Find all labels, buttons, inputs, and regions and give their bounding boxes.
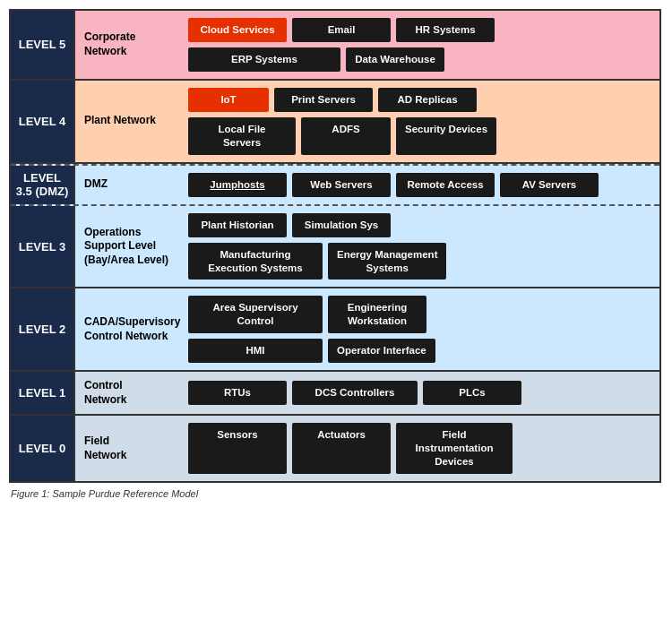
- level-1-label: LEVEL 1: [11, 372, 75, 414]
- erp-systems-box: ERP Systems: [188, 47, 340, 72]
- dcs-controllers-box: DCS Controllers: [292, 381, 418, 405]
- level-1-row: LEVEL 1 ControlNetwork RTUs DCS Controll…: [11, 372, 659, 416]
- level-2-row2: HMI Operator Interface: [188, 339, 435, 363]
- actuators-box: Actuators: [292, 423, 391, 474]
- level-35-items: Jumphosts Web Servers Remote Access AV S…: [188, 173, 650, 197]
- level-3-row1: Plant Historian Simulation Sys: [188, 213, 391, 237]
- level-3-network: Operations Support Level (Bay/Area Level…: [84, 226, 183, 268]
- level-4-label: LEVEL 4: [11, 81, 75, 162]
- email-box: Email: [292, 18, 391, 42]
- level-4-row: LEVEL 4 Plant Network IoT Print Servers …: [11, 81, 659, 164]
- level-4-network: Plant Network: [84, 114, 183, 128]
- level-3-row2: ManufacturingExecution Systems Energy Ma…: [188, 243, 446, 280]
- level-5-row2: ERP Systems Data Warehouse: [188, 47, 444, 72]
- level-0-items: Sensors Actuators FieldInstrumentationDe…: [188, 423, 650, 474]
- plant-historian-box: Plant Historian: [188, 213, 287, 237]
- purdue-diagram: LEVEL 5 CorporateNetwork Cloud Services …: [9, 9, 661, 483]
- simulation-sys-box: Simulation Sys: [292, 213, 391, 237]
- manufacturing-execution-box: ManufacturingExecution Systems: [188, 243, 323, 280]
- level-4-items: IoT Print Servers AD Replicas Local File…: [188, 88, 650, 155]
- sensors-box: Sensors: [188, 423, 287, 474]
- level-35-row1: Jumphosts Web Servers: [188, 173, 391, 197]
- level-0-content: FieldNetwork Sensors Actuators FieldInst…: [75, 416, 659, 481]
- av-servers-box: AV Servers: [500, 173, 599, 197]
- level-5-label: LEVEL 5: [11, 11, 75, 79]
- energy-management-box: Energy ManagementSystems: [328, 243, 446, 280]
- level-0-row1: Sensors Actuators FieldInstrumentationDe…: [188, 423, 513, 474]
- operator-interface-box: Operator Interface: [328, 339, 435, 363]
- level-35-label: LEVEL 3.5 (DMZ): [11, 166, 75, 204]
- jumphosts-box: Jumphosts: [188, 173, 287, 197]
- data-warehouse-box: Data Warehouse: [346, 47, 444, 72]
- level-4-row1: IoT Print Servers AD Replicas: [188, 88, 477, 112]
- level-3-row: LEVEL 3 Operations Support Level (Bay/Ar…: [11, 206, 659, 289]
- iot-box: IoT: [188, 88, 269, 112]
- level-0-label: LEVEL 0: [11, 416, 75, 481]
- ad-replicas-box: AD Replicas: [378, 88, 477, 112]
- remote-access-box: Remote Access: [396, 173, 495, 197]
- level-35-content: DMZ Jumphosts Web Servers Remote Access …: [75, 166, 659, 204]
- level-3-label: LEVEL 3: [11, 206, 75, 288]
- cloud-services-box: Cloud Services: [188, 18, 287, 42]
- level-5-content: CorporateNetwork Cloud Services Email HR…: [75, 11, 659, 79]
- level-5-network: CorporateNetwork: [84, 30, 183, 58]
- level-1-content: ControlNetwork RTUs DCS Controllers PLCs: [75, 372, 659, 414]
- figure-caption: Figure 1: Sample Purdue Reference Model: [9, 488, 663, 499]
- field-instrumentation-box: FieldInstrumentationDevices: [396, 423, 513, 474]
- plcs-box: PLCs: [423, 381, 521, 405]
- print-servers-box: Print Servers: [274, 88, 373, 112]
- level-1-network: ControlNetwork: [84, 379, 183, 407]
- level-1-row1: RTUs DCS Controllers PLCs: [188, 381, 521, 405]
- level-4-content: Plant Network IoT Print Servers AD Repli…: [75, 81, 659, 162]
- level-5-row: LEVEL 5 CorporateNetwork Cloud Services …: [11, 11, 659, 81]
- web-servers-box: Web Servers: [292, 173, 391, 197]
- hmi-box: HMI: [188, 339, 323, 363]
- level-5-row1: Cloud Services Email HR Systems: [188, 18, 495, 42]
- level-35-row2: Remote Access AV Servers: [396, 173, 599, 197]
- level-35-network: DMZ: [84, 177, 183, 192]
- level-4-row2: Local FileServers ADFS Security Devices: [188, 117, 496, 155]
- level-3-content: Operations Support Level (Bay/Area Level…: [75, 206, 659, 288]
- level-2-label: LEVEL 2: [11, 288, 75, 370]
- hr-systems-box: HR Systems: [396, 18, 495, 42]
- rtus-box: RTUs: [188, 381, 287, 405]
- level-5-items: Cloud Services Email HR Systems ERP Syst…: [188, 18, 650, 72]
- engineering-workstation-box: EngineeringWorkstation: [328, 296, 426, 333]
- security-devices-box: Security Devices: [396, 117, 496, 155]
- level-2-row: LEVEL 2 CADA/Supervisory Control Network…: [11, 288, 659, 372]
- level-3-items: Plant Historian Simulation Sys Manufactu…: [188, 213, 650, 280]
- adfs-box: ADFS: [301, 117, 391, 155]
- area-supervisory-box: Area SupervisoryControl: [188, 296, 323, 333]
- local-file-servers-box: Local FileServers: [188, 117, 296, 155]
- level-2-content: CADA/Supervisory Control Network Area Su…: [75, 288, 659, 370]
- level-35-row: LEVEL 3.5 (DMZ) DMZ Jumphosts Web Server…: [11, 164, 659, 206]
- level-2-network: CADA/Supervisory Control Network: [84, 315, 183, 343]
- level-0-row: LEVEL 0 FieldNetwork Sensors Actuators F…: [11, 416, 659, 481]
- level-0-network: FieldNetwork: [84, 434, 183, 462]
- level-2-items: Area SupervisoryControl EngineeringWorks…: [188, 296, 650, 363]
- level-2-row1: Area SupervisoryControl EngineeringWorks…: [188, 296, 426, 333]
- level-1-items: RTUs DCS Controllers PLCs: [188, 381, 650, 405]
